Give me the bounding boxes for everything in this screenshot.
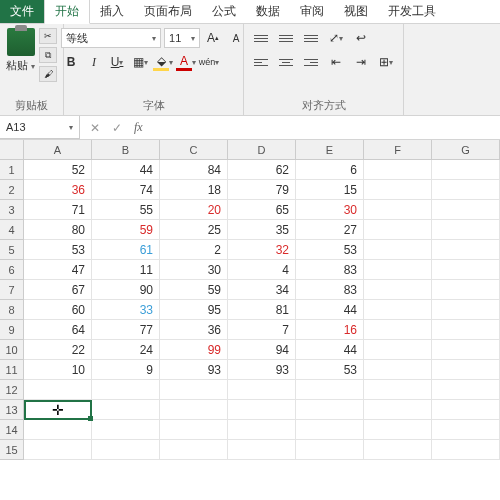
cell[interactable] [228,380,296,400]
cell[interactable] [432,280,500,300]
cell[interactable]: 90 [92,280,160,300]
cell[interactable]: 52 [24,160,92,180]
increase-font-button[interactable]: A▴ [203,28,223,48]
cell[interactable] [364,280,432,300]
cut-button[interactable]: ✂ [39,28,57,44]
cell[interactable] [432,200,500,220]
cell[interactable] [364,400,432,420]
row-header[interactable]: 12 [0,380,24,400]
border-button[interactable]: ▦▾ [130,52,150,72]
cell[interactable]: 79 [228,180,296,200]
cell[interactable]: 30 [296,200,364,220]
cell[interactable] [364,300,432,320]
column-header[interactable]: C [160,140,228,160]
cell[interactable] [432,320,500,340]
fill-color-button[interactable]: ⬙▾ [153,52,173,72]
cell[interactable]: 25 [160,220,228,240]
cell[interactable] [364,360,432,380]
cell[interactable] [24,440,92,460]
cell[interactable] [364,320,432,340]
cell[interactable]: 84 [160,160,228,180]
cell[interactable] [160,380,228,400]
cell[interactable]: 77 [92,320,160,340]
cell[interactable] [432,380,500,400]
tab-review[interactable]: 审阅 [290,0,334,23]
cell[interactable]: 81 [228,300,296,320]
cell[interactable] [228,400,296,420]
cell[interactable] [296,400,364,420]
cell[interactable]: 2 [160,240,228,260]
cell[interactable] [160,420,228,440]
cell[interactable]: 7 [228,320,296,340]
row-header[interactable]: 10 [0,340,24,360]
cell[interactable]: 61 [92,240,160,260]
row-header[interactable]: 3 [0,200,24,220]
cell[interactable]: 27 [296,220,364,240]
cell[interactable] [228,420,296,440]
cell[interactable] [296,420,364,440]
cell[interactable]: 11 [92,260,160,280]
cell[interactable] [432,160,500,180]
cell[interactable]: 94 [228,340,296,360]
cell[interactable] [92,380,160,400]
row-header[interactable]: 4 [0,220,24,240]
fx-icon[interactable]: fx [134,120,143,135]
cell[interactable] [432,180,500,200]
cell[interactable]: 59 [92,220,160,240]
row-header[interactable]: 13 [0,400,24,420]
cell[interactable] [364,240,432,260]
row-header[interactable]: 9 [0,320,24,340]
cell[interactable]: 34 [228,280,296,300]
cell[interactable]: 93 [228,360,296,380]
column-header[interactable]: E [296,140,364,160]
format-painter-button[interactable]: 🖌 [39,66,57,82]
cell[interactable] [92,420,160,440]
cell[interactable] [432,440,500,460]
increase-indent-button[interactable]: ⇥ [350,52,372,72]
column-header[interactable]: B [92,140,160,160]
row-header[interactable]: 6 [0,260,24,280]
cell[interactable]: 65 [228,200,296,220]
row-header[interactable]: 1 [0,160,24,180]
cell[interactable]: 67 [24,280,92,300]
cell[interactable]: 59 [160,280,228,300]
cell[interactable]: 55 [92,200,160,220]
cell[interactable] [432,240,500,260]
cell[interactable]: 74 [92,180,160,200]
cell[interactable] [160,440,228,460]
cell[interactable]: 10 [24,360,92,380]
tab-formula[interactable]: 公式 [202,0,246,23]
row-header[interactable]: 5 [0,240,24,260]
cell[interactable]: 9 [92,360,160,380]
name-box[interactable]: A13▾ [0,116,80,139]
decrease-font-button[interactable]: A [226,28,246,48]
wrap-text-button[interactable]: ↩ [350,28,372,48]
select-all-corner[interactable] [0,140,24,160]
column-header[interactable]: A [24,140,92,160]
cell[interactable]: 22 [24,340,92,360]
cell[interactable] [432,300,500,320]
row-header[interactable]: 14 [0,420,24,440]
cell[interactable]: 36 [160,320,228,340]
tab-insert[interactable]: 插入 [90,0,134,23]
bold-button[interactable]: B [61,52,81,72]
copy-button[interactable]: ⧉ [39,47,57,63]
column-header[interactable]: F [364,140,432,160]
cell[interactable]: 44 [296,340,364,360]
cell[interactable]: 32 [228,240,296,260]
cell[interactable]: 44 [92,160,160,180]
row-header[interactable]: 8 [0,300,24,320]
paste-button[interactable]: 粘贴 ▾ [6,58,35,73]
cell[interactable] [364,380,432,400]
cell[interactable] [364,200,432,220]
cell[interactable]: 36 [24,180,92,200]
cell[interactable] [24,380,92,400]
cell[interactable] [296,440,364,460]
cell[interactable] [364,160,432,180]
tab-page-layout[interactable]: 页面布局 [134,0,202,23]
cell[interactable]: 47 [24,260,92,280]
cell[interactable] [432,360,500,380]
cell[interactable] [228,440,296,460]
cell[interactable] [432,260,500,280]
font-size-select[interactable]: 11▾ [164,28,200,48]
